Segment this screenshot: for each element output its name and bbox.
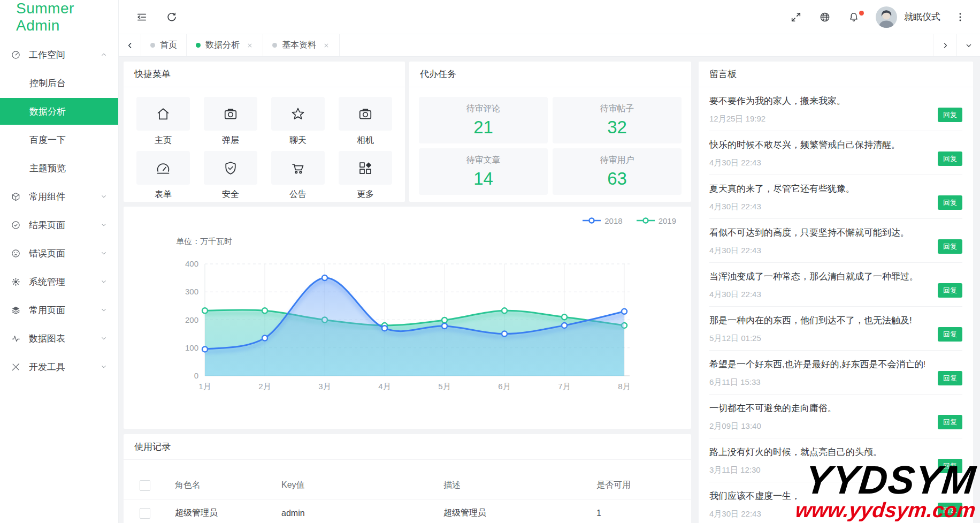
todo-stats-grid: 待审评论21待审帖子32待审文章14待审用户63	[409, 87, 691, 204]
message-item: 希望是一个好东西,也许是最好的,好东西是不会消亡的!6月11日 15:33回复	[709, 351, 962, 395]
quick-menu-button[interactable]	[339, 151, 392, 185]
sidebar-item[interactable]: 开发工具	[0, 353, 118, 380]
svg-text:6月: 6月	[498, 382, 510, 391]
sidebar-item-label: 常用页面	[29, 304, 100, 316]
reply-button[interactable]: 回复	[938, 327, 962, 342]
bell-icon[interactable]	[848, 11, 860, 23]
sidebar-item-label: 主题预览	[29, 162, 118, 175]
tab-close-icon[interactable]	[246, 42, 254, 49]
sidebar-item[interactable]: 结果页面	[0, 211, 118, 238]
quick-menu-button[interactable]	[339, 97, 392, 131]
quick-menu-button[interactable]	[136, 97, 190, 131]
reply-button[interactable]: 回复	[938, 415, 962, 429]
quick-menu-item: 公告	[271, 151, 325, 205]
message-text: 要不要作为我的家人，搬来我家。	[709, 95, 925, 107]
chevron-down-icon	[100, 249, 108, 257]
sidebar-item[interactable]: 主题预览	[0, 155, 118, 181]
todo-stat: 待审评论21	[419, 97, 548, 143]
tab[interactable]: 基本资料	[263, 34, 340, 56]
column-header: Key值	[281, 480, 443, 491]
message-item: 路上没有灯火的时候，就点亮自己的头颅。3月11日 12:30回复	[709, 438, 962, 482]
chevron-down-icon	[100, 306, 108, 314]
top-header: 就眠仪式	[119, 0, 980, 34]
message-text: 路上没有灯火的时候，就点亮自己的头颅。	[709, 446, 925, 458]
tab-label: 首页	[160, 40, 177, 51]
tab-bar: 首页数据分析基本资料	[119, 34, 980, 57]
table-header-row: 角色名Key值描述是否可用	[124, 472, 691, 499]
tab[interactable]: 首页	[141, 34, 187, 56]
row-checkbox[interactable]	[140, 508, 150, 519]
todo-stat: 待审文章14	[419, 148, 548, 195]
username[interactable]: 就眠仪式	[904, 11, 940, 23]
sidebar-item-label: 控制后台	[29, 77, 118, 89]
reply-button[interactable]: 回复	[938, 371, 962, 385]
reply-button[interactable]: 回复	[938, 503, 962, 517]
message-list: 要不要作为我的家人，搬来我家。12月25日 19:92回复快乐的时候不敢尽兴，频…	[699, 87, 973, 523]
message-date: 4月30日 22:43	[709, 246, 925, 256]
gauge-icon	[155, 160, 171, 176]
tab[interactable]: 数据分析	[187, 34, 263, 56]
sidebar-item[interactable]: 数据图表	[0, 325, 118, 352]
message-date: 12月25日 19:92	[709, 114, 925, 124]
quick-menu-item: 安全	[204, 151, 257, 205]
sad-face-icon	[11, 248, 21, 259]
tab-list: 首页数据分析基本资料	[141, 34, 933, 56]
quick-menu-button[interactable]	[204, 151, 257, 185]
sidebar-item[interactable]: 系统管理	[0, 268, 118, 295]
tab-scroll-right-icon[interactable]	[933, 34, 956, 56]
reply-button[interactable]: 回复	[938, 195, 962, 210]
quick-menu-button[interactable]	[136, 151, 190, 185]
collapse-menu-icon[interactable]	[136, 11, 148, 23]
fullscreen-icon[interactable]	[790, 11, 802, 23]
svg-text:3月: 3月	[318, 382, 331, 391]
select-all-checkbox[interactable]	[140, 480, 150, 491]
column-header: 角色名	[175, 480, 281, 491]
table-cell: 1	[596, 509, 691, 518]
sidebar-item-label: 工作空间	[29, 49, 100, 61]
star-icon	[290, 106, 306, 122]
quick-menu-button[interactable]	[271, 97, 325, 131]
tab-label: 数据分析	[205, 40, 240, 51]
todo-stat: 待审帖子32	[553, 97, 682, 143]
quick-menu-item: 弹层	[204, 97, 257, 151]
todo-stat-value: 32	[607, 117, 627, 138]
sidebar-item[interactable]: 百度一下	[0, 126, 118, 153]
reply-button[interactable]: 回复	[938, 108, 962, 122]
tab-scroll-left-icon[interactable]	[119, 34, 141, 56]
tab-close-icon[interactable]	[323, 42, 330, 49]
message-text: 快乐的时候不敢尽兴，频繁警戒自己保持清醒。	[709, 139, 925, 151]
quick-menu-button[interactable]	[271, 151, 325, 185]
avatar[interactable]	[876, 6, 897, 28]
quick-menu-button[interactable]	[204, 97, 257, 131]
sidebar-item[interactable]: 错误页面	[0, 240, 118, 267]
message-item: 要不要作为我的家人，搬来我家。12月25日 19:92回复	[709, 87, 962, 131]
reply-button[interactable]: 回复	[938, 239, 962, 254]
quick-menu-label: 主页	[136, 131, 190, 151]
sidebar-item[interactable]: 控制后台	[0, 70, 118, 96]
sidebar-item-label: 数据图表	[29, 332, 100, 345]
quick-menu-title: 快捷菜单	[124, 62, 405, 87]
reply-button[interactable]: 回复	[938, 283, 962, 298]
sidebar-item[interactable]: 常用页面	[0, 297, 118, 323]
table-cell: 超级管理员	[175, 507, 281, 519]
kebab-menu-icon[interactable]	[954, 11, 966, 23]
tab-menu-icon[interactable]	[956, 34, 980, 56]
table-row[interactable]: 超级管理员admin超级管理员1	[124, 499, 691, 523]
usage-card: 使用记录 角色名Key值描述是否可用超级管理员admin超级管理员1	[124, 434, 691, 523]
refresh-icon[interactable]	[166, 11, 178, 23]
reply-button[interactable]: 回复	[938, 151, 962, 166]
badge-check-icon	[11, 220, 21, 230]
sidebar: Summer Admin 工作空间控制后台数据分析百度一下主题预览常用组件结果页…	[0, 0, 119, 523]
app-window: Summer Admin 工作空间控制后台数据分析百度一下主题预览常用组件结果页…	[0, 0, 980, 523]
todo-stat-value: 63	[607, 169, 627, 189]
message-item: 那是一种内在的东西，他们到达不了，也无法触及!5月12日 01:25回复	[709, 307, 962, 351]
message-date: 4月30日 22:43	[709, 158, 925, 168]
message-text: 看似不可达到的高度，只要坚持不懈就可能到达。	[709, 226, 925, 239]
reply-button[interactable]: 回复	[938, 459, 962, 473]
sidebar-item[interactable]: 工作空间	[0, 41, 118, 68]
sidebar-item[interactable]: 数据分析	[0, 98, 118, 125]
globe-icon[interactable]	[819, 11, 831, 23]
svg-text:100: 100	[185, 343, 198, 352]
sidebar-item[interactable]: 常用组件	[0, 183, 118, 210]
quick-menu-card: 快捷菜单 主页弹层聊天相机表单安全公告更多	[124, 62, 405, 202]
